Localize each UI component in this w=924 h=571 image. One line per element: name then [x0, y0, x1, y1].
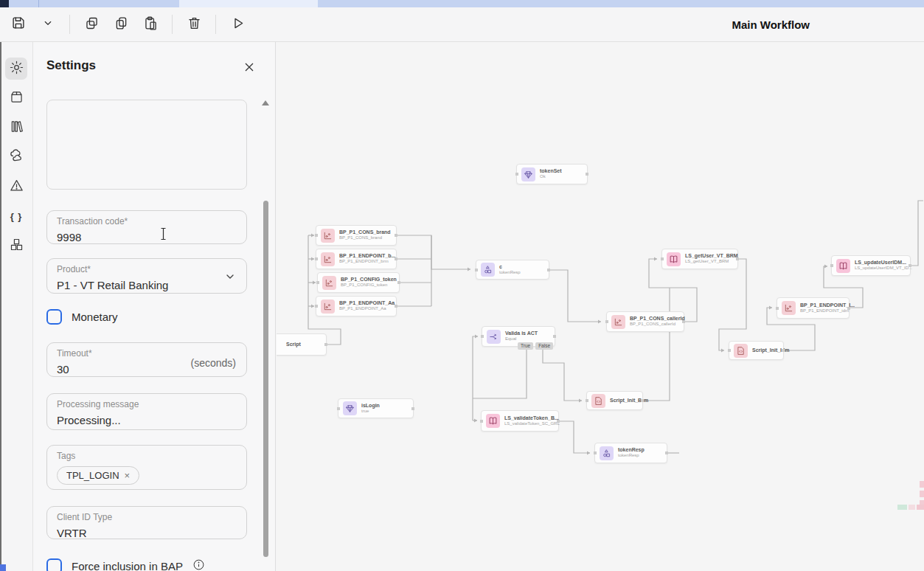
sidebar-item-blocks[interactable] — [5, 235, 27, 257]
branch-badge-true[interactable]: True — [518, 342, 533, 350]
node-title: BP_P1_ENDPOINT_Aa — [339, 300, 395, 306]
input-port[interactable] — [480, 420, 483, 423]
node-subtitle: BP_P1_ENDPOINT_brm — [339, 259, 395, 265]
scrollbar-thumb[interactable] — [263, 201, 268, 557]
output-port[interactable] — [665, 451, 668, 454]
output-port[interactable] — [909, 264, 911, 267]
node-title: BP_P1_ENDPOINT_I... — [800, 302, 855, 308]
output-port[interactable] — [553, 335, 556, 338]
output-port[interactable] — [557, 420, 560, 423]
sidebar-item-settings[interactable] — [5, 58, 27, 80]
toolbar-divider — [215, 15, 216, 34]
output-port[interactable] — [411, 407, 414, 410]
output-port[interactable] — [736, 257, 739, 260]
output-port[interactable] — [782, 349, 785, 352]
sidebar-item-cloud[interactable] — [5, 146, 27, 168]
node-text: LS_validateToken_B...LS_validateToken_SC… — [504, 415, 560, 427]
tag-chip[interactable]: TPL_LOGIN× — [57, 466, 139, 485]
tags-field[interactable]: Tags TPL_LOGIN× — [46, 445, 247, 490]
chart-icon — [321, 252, 335, 266]
timeout-units: (seconds) — [191, 357, 236, 369]
workflow-node-valida[interactable]: Valida is ACTEqualTrueFalse — [482, 326, 555, 347]
output-port[interactable] — [547, 269, 550, 271]
output-port[interactable] — [586, 173, 588, 176]
close-icon[interactable] — [242, 60, 257, 75]
output-port[interactable] — [641, 399, 644, 402]
workflow-node-tokenSet[interactable]: tokenSetOk — [516, 164, 588, 184]
monetary-checkbox[interactable] — [46, 309, 62, 325]
processing-message-field[interactable]: Processing message Processing... — [46, 393, 247, 430]
workflow-node-endpoint-aa[interactable]: BP_P1_ENDPOINT_AaBP_P1_ENDPOINT_Aa — [316, 296, 397, 316]
scroll-up-arrow[interactable] — [262, 100, 269, 105]
workflow-node-script-init-brm[interactable]: Script_Init_Brm — [586, 391, 643, 410]
timeout-field[interactable]: Timeout* 30 (seconds) — [46, 342, 247, 377]
sidebar-item-library[interactable] — [5, 117, 27, 139]
input-port[interactable] — [475, 269, 478, 271]
workflow-node-getUser[interactable]: LS_getUser_VT_BRMLS_getUser_VT_BRM — [661, 249, 738, 269]
workflow-node-script[interactable]: Script — [277, 333, 327, 356]
workflow-canvas[interactable]: tokenSetOkBP_P1_CONS_brandBP_P1_CONS_bra… — [277, 42, 924, 571]
workflow-node-cons-callerid[interactable]: BP_P1_CONS_callerIdBP_P1_CONS_callerId — [606, 311, 684, 332]
sidebar-item-issues[interactable] — [5, 176, 27, 198]
output-port[interactable] — [847, 307, 850, 310]
trash-icon — [187, 15, 202, 34]
copy-button[interactable] — [80, 13, 103, 35]
description-box[interactable] — [46, 100, 247, 190]
save-button[interactable] — [7, 13, 29, 35]
workflow-node-endpoint-idm[interactable]: BP_P1_ENDPOINT_I...BP_P1_ENDPOINT_idm — [777, 297, 850, 319]
product-field[interactable]: Product* P1 - VT Retail Banking — [46, 258, 247, 294]
chevron-down-icon[interactable] — [224, 271, 236, 286]
delete-button[interactable] — [183, 13, 205, 35]
window-edge — [0, 42, 1, 564]
force-bap-checkbox[interactable] — [46, 558, 62, 571]
input-port[interactable] — [337, 407, 340, 410]
connector-line — [911, 201, 923, 266]
workflow-node-config-token[interactable]: BP_P1_CONFIG_tokenBP_P1_CONFIG_token — [317, 272, 400, 293]
node-title: tokenResp — [618, 447, 645, 453]
input-port[interactable] — [728, 349, 731, 352]
input-port[interactable] — [605, 320, 608, 323]
paste-button[interactable] — [139, 13, 161, 35]
transaction-code-field[interactable]: Transaction code* 9998 — [46, 210, 247, 244]
sidebar-item-components[interactable] — [5, 87, 27, 109]
script-icon — [734, 344, 748, 358]
run-button[interactable] — [226, 13, 249, 35]
output-port[interactable] — [324, 343, 327, 346]
node-text: tokenResptokenResp — [618, 447, 645, 459]
output-port[interactable] — [395, 257, 397, 260]
workflow-node-tokenResp[interactable]: tokenResptokenResp — [594, 443, 667, 463]
input-port[interactable] — [315, 234, 318, 237]
input-port[interactable] — [315, 257, 318, 260]
output-port[interactable] — [395, 234, 397, 237]
workflow-node-updateUserIdm[interactable]: LS_updateUserIDM...LS_updateUserIDM_VT_I… — [831, 255, 911, 276]
input-port[interactable] — [481, 335, 484, 338]
save-menu-button[interactable] — [37, 13, 59, 35]
output-port[interactable] — [395, 305, 397, 308]
workflow-node-script-init-idm[interactable]: Script_Init_Idm — [729, 341, 784, 360]
output-port[interactable] — [397, 281, 400, 284]
input-port[interactable] — [315, 305, 318, 308]
input-port[interactable] — [830, 264, 833, 267]
node-subtitle: BP_P1_CONS_callerId — [630, 322, 685, 328]
input-port[interactable] — [776, 307, 779, 310]
input-port[interactable] — [316, 281, 319, 284]
save-icon — [10, 15, 27, 34]
tag-remove-icon[interactable]: × — [125, 470, 131, 481]
client-id-type-field[interactable]: Client ID Type VRTR — [46, 506, 247, 539]
workflow-node-c[interactable]: ctokenResp — [476, 260, 549, 280]
duplicate-button[interactable] — [110, 13, 132, 35]
input-port[interactable] — [661, 257, 664, 260]
output-port[interactable] — [682, 320, 685, 323]
workflow-node-isLogin[interactable]: isLogintrue — [338, 398, 414, 418]
window-edge-corner — [0, 564, 6, 571]
workflow-node-cons-brand[interactable]: BP_P1_CONS_brandBP_P1_CONS_brand — [316, 225, 397, 246]
input-port[interactable] — [515, 173, 518, 176]
info-icon[interactable] — [192, 558, 205, 571]
input-port[interactable] — [586, 399, 588, 402]
workflow-node-endpoint-brm[interactable]: BP_P1_ENDPOINT_b...BP_P1_ENDPOINT_brm — [316, 249, 397, 269]
sidebar-item-code[interactable]: { } — [5, 205, 27, 227]
input-port[interactable] — [594, 451, 597, 454]
workflow-node-validateToken[interactable]: LS_validateToken_B...LS_validateToken_SC… — [481, 410, 559, 432]
branch-badge-false[interactable]: False — [535, 342, 553, 350]
field-label: Tags — [57, 451, 237, 463]
